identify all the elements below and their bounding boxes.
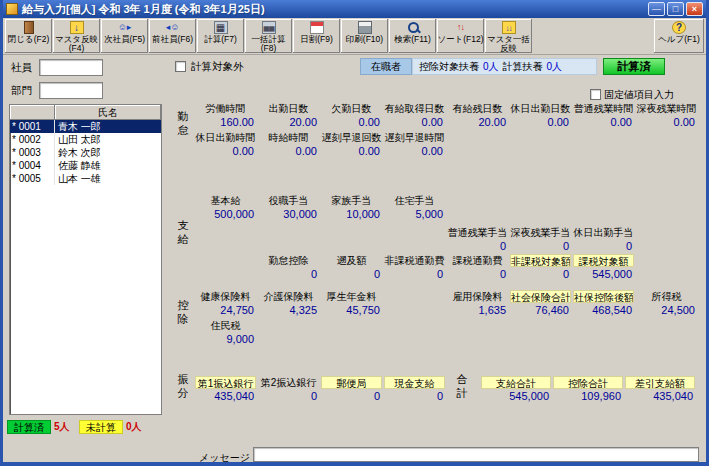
employee-row[interactable]: * 0001青木 一郎: [10, 120, 161, 133]
field-value[interactable]: 435,040: [195, 390, 256, 403]
field-value[interactable]: 20.00: [447, 116, 508, 129]
close-icon[interactable]: [686, 2, 703, 16]
field-label: 介護保険料: [258, 290, 319, 303]
field-value[interactable]: 5,000: [384, 208, 445, 221]
field-value[interactable]: 160.00: [195, 116, 256, 129]
fixed-value-input-checkbox[interactable]: [590, 89, 601, 100]
title-bar[interactable]: 給与入力[個人] 令和 3年 1月度 (令和 3年1月25日): [3, 0, 706, 18]
button-label: 検索(F11): [394, 35, 431, 44]
button-label: 次社員(F5): [104, 35, 145, 44]
field-value[interactable]: 0.00: [384, 145, 445, 158]
uncalculated-count: 0人: [126, 420, 142, 434]
dependents-label: 控除対象扶養: [419, 60, 479, 74]
employee-list[interactable]: 氏名 * 0001青木 一郎 * 0002山田 太郎 * 0003鈴木 次郎 *…: [9, 104, 162, 415]
employee-name: 山本 一雄: [55, 172, 161, 185]
field-value[interactable]: 10,000: [321, 208, 382, 221]
message-input[interactable]: [253, 447, 699, 462]
minimize-button[interactable]: [648, 2, 665, 16]
field-value[interactable]: 0: [510, 268, 571, 281]
field-value[interactable]: 0: [510, 240, 571, 253]
field-value[interactable]: 9,000: [195, 333, 256, 346]
department-input[interactable]: [39, 82, 103, 99]
batch-calculate-button[interactable]: 一括計算(F8): [245, 19, 292, 53]
field-label: 普通残業時間: [573, 102, 634, 115]
field-value[interactable]: 76,460: [510, 304, 571, 317]
field-label: 深夜残業手当: [510, 226, 571, 239]
print-button[interactable]: 印刷(F10): [341, 19, 388, 53]
employment-status-badge: 在職者: [360, 58, 412, 75]
field-value[interactable]: 45,750: [321, 304, 382, 317]
field-label: 非課税通勤費: [384, 254, 445, 267]
calculate-button[interactable]: 計算(F7): [197, 19, 244, 53]
app-icon: [6, 3, 18, 15]
field-label: 住宅手当: [384, 194, 445, 207]
field-value[interactable]: 0.00: [321, 145, 382, 158]
field-value[interactable]: 0: [573, 240, 634, 253]
field-value[interactable]: 0.00: [636, 116, 697, 129]
field-value[interactable]: 4,325: [258, 304, 319, 317]
field-value[interactable]: 0: [447, 268, 508, 281]
field-value[interactable]: 0: [384, 268, 445, 281]
exclude-from-calc-checkbox[interactable]: [175, 61, 186, 72]
field-label: 社保控除後額: [573, 290, 634, 303]
daily-rate-button[interactable]: 日割(F9): [293, 19, 340, 53]
field-value[interactable]: 24,750: [195, 304, 256, 317]
field-value[interactable]: 0.00: [510, 116, 571, 129]
sort-button[interactable]: ソート(F12): [437, 19, 484, 53]
field-label: 健康保険料: [195, 290, 256, 303]
field-value[interactable]: 500,000: [195, 208, 256, 221]
door-icon: [24, 21, 34, 34]
employee-row[interactable]: * 0002山田 太郎: [10, 133, 161, 146]
field-label: 郵便局: [321, 376, 382, 389]
employee-row[interactable]: * 0004佐藤 静雄: [10, 159, 161, 172]
field-label: 遡及額: [321, 254, 382, 267]
button-label: 印刷(F10): [346, 35, 383, 44]
field-value[interactable]: 0.00: [384, 116, 445, 129]
field-value[interactable]: 1,635: [447, 304, 508, 317]
field-value[interactable]: 0.00: [258, 145, 319, 158]
employee-name: 佐藤 静雄: [55, 159, 161, 172]
exclude-from-calc-label: 計算対象外: [191, 59, 244, 74]
next-employee-button[interactable]: 次社員(F5): [101, 19, 148, 53]
employee-row[interactable]: * 0003鈴木 次郎: [10, 146, 161, 159]
field-value[interactable]: 0: [321, 268, 382, 281]
maximize-button[interactable]: [667, 2, 684, 16]
payment-section-label: 支給: [176, 218, 190, 246]
close-window-button[interactable]: 閉じる(F2): [5, 19, 52, 53]
fixed-value-input-label: 固定値項目入力: [604, 87, 674, 102]
field-value[interactable]: 0: [384, 390, 445, 403]
employee-row[interactable]: * 0005山本 一雄: [10, 172, 161, 185]
field-value[interactable]: 0.00: [573, 116, 634, 129]
employee-name: 山田 太郎: [55, 133, 161, 146]
calculated-count: 5人: [54, 420, 70, 434]
field-label: 現金支給: [384, 376, 445, 389]
employee-list-header: 氏名: [10, 105, 161, 120]
field-label: 課税対象額: [573, 254, 634, 267]
field-value[interactable]: 468,540: [573, 304, 634, 317]
field-value[interactable]: 0: [258, 268, 319, 281]
field-value[interactable]: 0: [258, 390, 319, 403]
person-next-icon: [118, 21, 132, 34]
employee-code-input[interactable]: [39, 59, 103, 76]
search-button[interactable]: 検索(F11): [389, 19, 436, 53]
field-value[interactable]: 0: [321, 390, 382, 403]
master-reflect-button[interactable]: マスタ反映(F4): [53, 19, 100, 53]
calendar-icon: [310, 21, 324, 34]
prev-employee-button[interactable]: 前社員(F6): [149, 19, 196, 53]
field-label: 有給残日数: [447, 102, 508, 115]
calculated-status-button[interactable]: 計算済: [603, 58, 665, 75]
field-value[interactable]: 0: [447, 240, 508, 253]
button-label: 計算(F7): [204, 35, 237, 44]
field-value[interactable]: 30,000: [258, 208, 319, 221]
employee-code: * 0001: [10, 120, 55, 133]
field-value[interactable]: 545,000: [573, 268, 634, 281]
field-value[interactable]: 24,500: [636, 304, 697, 317]
field-value[interactable]: 0.00: [195, 145, 256, 158]
field-label: 時給時間: [258, 131, 319, 144]
master-batch-reflect-button[interactable]: マスタ一括反映: [485, 19, 532, 53]
help-button[interactable]: ヘルプ(F1): [654, 19, 704, 53]
field-value[interactable]: 20.00: [258, 116, 319, 129]
message-label: メッセージ: [199, 450, 250, 465]
field-value[interactable]: 0.00: [321, 116, 382, 129]
dependents-strip: 控除対象扶養 0人 計算扶養 0人: [412, 58, 597, 75]
